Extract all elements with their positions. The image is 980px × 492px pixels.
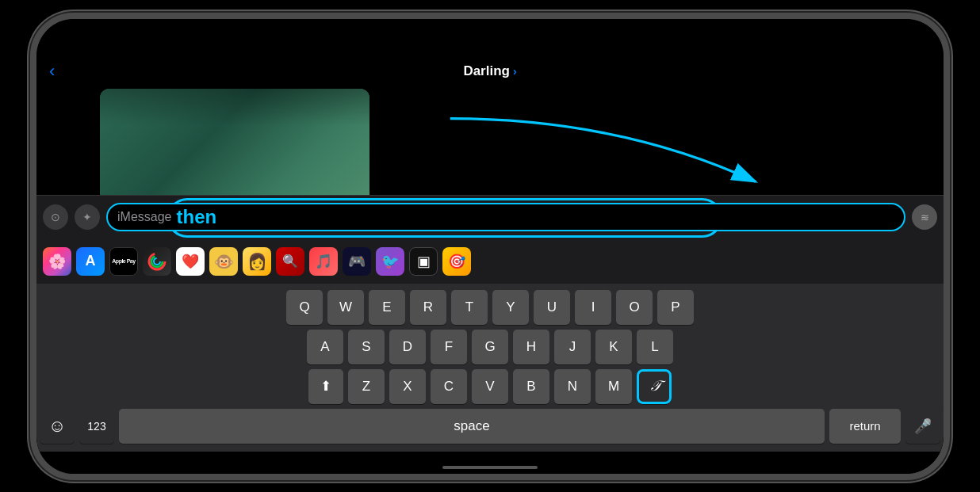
app-icon-store[interactable]: A [76, 247, 105, 276]
key-v[interactable]: V [472, 369, 508, 404]
key-f[interactable]: F [431, 330, 467, 364]
appstore-icon: ✦ [82, 211, 92, 223]
giphy-icon: 🔍 [282, 254, 298, 269]
key-a[interactable]: A [307, 330, 343, 364]
return-label: return [849, 419, 880, 433]
home-indicator [442, 466, 538, 469]
svg-point-3 [154, 258, 160, 265]
key-l[interactable]: L [637, 330, 673, 364]
shift-key[interactable]: ⬆ [308, 369, 343, 404]
message-area [36, 89, 944, 195]
key-r[interactable]: R [410, 290, 446, 325]
key-u[interactable]: U [534, 290, 570, 325]
key-k[interactable]: K [595, 330, 632, 364]
memoji-icon: 👩 [247, 252, 267, 271]
nav-chevron-icon: › [513, 65, 517, 78]
message-typed-text: then [176, 206, 216, 228]
bird-icon: 🐦 [381, 253, 399, 270]
key-c[interactable]: C [431, 369, 467, 404]
app-icon-memoji[interactable]: 👩 [243, 247, 271, 276]
emoji-icon: ☺ [48, 416, 66, 437]
keyboard-row-3: ⬆ Z X C V B N M 𝒯 [40, 369, 940, 404]
keyboard-row-2: A S D F G H J K L [40, 330, 940, 364]
numbers-label: 123 [87, 420, 105, 433]
status-bar [36, 19, 944, 54]
emoji-key[interactable]: ☺ [40, 409, 75, 444]
key-y[interactable]: Y [492, 290, 529, 325]
app-icon-pay[interactable]: Apple Pay [109, 247, 138, 276]
cursive-key[interactable]: 𝒯 [637, 369, 672, 404]
key-n[interactable]: N [554, 369, 591, 404]
app-icon-giphy[interactable]: 🔍 [276, 247, 304, 276]
game2-icon: 🎯 [448, 253, 465, 270]
input-toolbar: ⊙ ✦ iMessage then ≋ [36, 195, 944, 239]
keyboard-row-1: Q W E R T Y U I O P [40, 290, 940, 325]
app-icon-game2[interactable]: 🎯 [442, 247, 471, 276]
space-label: space [454, 418, 489, 434]
key-p[interactable]: P [657, 290, 694, 325]
notch [411, 19, 569, 41]
camera-button[interactable]: ⊙ [43, 204, 68, 230]
media-thumbnail-content [100, 89, 369, 195]
fitness-rings-icon [146, 250, 168, 273]
key-e[interactable]: E [369, 290, 405, 325]
key-s[interactable]: S [348, 330, 385, 364]
key-z[interactable]: Z [348, 369, 385, 404]
camera-icon: ⊙ [51, 211, 60, 223]
app-icon-game1[interactable]: 🎮 [343, 247, 371, 276]
media-thumbnail [100, 89, 369, 195]
nav-title[interactable]: Darling › [463, 63, 516, 79]
waveform-icon: ≋ [921, 212, 929, 223]
key-o[interactable]: O [616, 290, 653, 325]
mic-key[interactable]: 🎤 [905, 409, 940, 444]
key-x[interactable]: X [389, 369, 426, 404]
app-icon-fitness[interactable] [143, 247, 171, 276]
app-icon-music[interactable]: 🎵 [309, 247, 338, 276]
shift-icon: ⬆ [320, 378, 331, 395]
appstore-button[interactable]: ✦ [75, 204, 100, 230]
app-row: 🌸 A Apple Pay ❤️ [36, 239, 944, 284]
game1-icon: 🎮 [348, 253, 366, 270]
phone-screen: ‹ Darling › [36, 19, 944, 474]
app-icon-monkey[interactable]: 🐵 [209, 247, 238, 276]
bottom-bar [36, 452, 944, 474]
message-placeholder: iMessage [117, 210, 171, 224]
key-t[interactable]: T [451, 290, 488, 325]
numbers-key[interactable]: 123 [79, 409, 114, 444]
music-icon: 🎵 [315, 253, 332, 270]
key-h[interactable]: H [513, 330, 549, 364]
back-button[interactable]: ‹ [49, 61, 55, 82]
space-key[interactable]: space [119, 409, 825, 444]
clips-icon: ❤️ [182, 253, 199, 270]
key-i[interactable]: I [575, 290, 611, 325]
app-icon-canvas[interactable]: ▣ [409, 247, 438, 276]
key-q[interactable]: Q [286, 290, 323, 325]
monkey-icon: 🐵 [214, 252, 234, 271]
key-d[interactable]: D [389, 330, 426, 364]
keyboard: Q W E R T Y U I O P A S D F G H J K [36, 284, 944, 452]
voice-button[interactable]: ≋ [912, 204, 937, 230]
contact-name: Darling [463, 63, 510, 79]
key-m[interactable]: M [595, 369, 632, 404]
return-key[interactable]: return [829, 409, 901, 444]
key-b[interactable]: B [513, 369, 549, 404]
app-icon-bird[interactable]: 🐦 [376, 247, 404, 276]
nav-bar: ‹ Darling › [36, 54, 944, 89]
cursive-icon: 𝒯 [650, 378, 659, 395]
key-g[interactable]: G [472, 330, 508, 364]
app-icon-photos[interactable]: 🌸 [43, 247, 71, 276]
back-chevron-icon: ‹ [49, 61, 55, 82]
key-w[interactable]: W [327, 290, 364, 325]
applepay-label: Apple Pay [112, 258, 135, 265]
store-icon: A [86, 253, 96, 269]
mic-icon: 🎤 [914, 418, 932, 435]
keyboard-row-bottom: ☺ 123 space return 🎤 [40, 409, 940, 444]
canvas-icon: ▣ [417, 253, 431, 270]
key-j[interactable]: J [554, 330, 591, 364]
app-icon-clips[interactable]: ❤️ [176, 247, 205, 276]
message-input[interactable]: iMessage then [106, 203, 905, 231]
photos-icon: 🌸 [48, 253, 66, 270]
phone-frame: ‹ Darling › [30, 13, 950, 480]
